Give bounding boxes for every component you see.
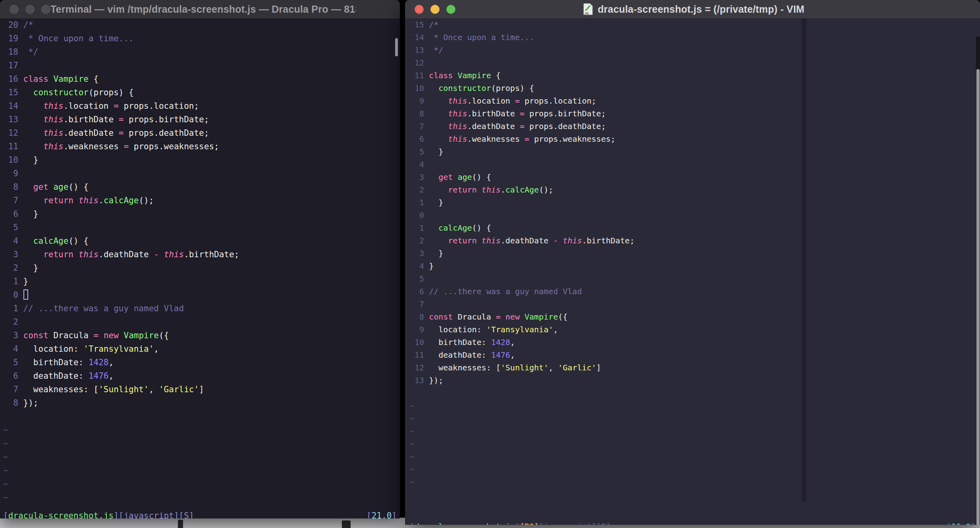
code-token: return — [43, 196, 73, 205]
code-line: 4 calcAge() { — [3, 234, 399, 248]
line-number: 11 — [410, 349, 424, 361]
line-number: 6 — [3, 369, 18, 383]
zoom-button[interactable] — [41, 5, 50, 14]
code-line: 4 — [410, 158, 979, 171]
code-token: . — [98, 196, 104, 205]
code-token: 'Garlic' — [558, 363, 596, 372]
code-token: calcAge — [33, 236, 69, 246]
terminal-scrollbar-thumb[interactable] — [395, 38, 398, 56]
code-token: this — [43, 142, 64, 151]
code-token: .deathDate — [501, 236, 553, 245]
code-line: 9 location: 'Transylvania', — [410, 323, 979, 336]
code-token — [48, 74, 54, 84]
code-token: */ — [23, 47, 39, 57]
tilde-row: ~ — [3, 437, 399, 450]
code-token: return — [448, 236, 476, 245]
status-segment: ] — [189, 511, 194, 518]
code-token: ({ — [159, 331, 169, 340]
status-segment: [ — [947, 522, 951, 525]
code-token: 'Transylvania' — [486, 325, 554, 334]
macvim-scrollbar-thumb[interactable] — [976, 69, 980, 525]
tilde-marker: ~ — [3, 466, 8, 475]
code-token: (); — [139, 196, 154, 205]
code-line: 0 — [410, 209, 979, 222]
line-number: 9 — [3, 167, 18, 180]
code-line: 8const Dracula = new Vampire({ — [410, 310, 979, 323]
macvim-edit-pane[interactable]: 15/*14 * Once upon a time...13 */1211cla… — [405, 18, 980, 525]
code-line: 15 constructor(props) { — [3, 86, 399, 99]
status-segment: [ — [410, 522, 415, 525]
code-token: .birthDate; — [184, 250, 239, 259]
macvim-titlebar[interactable]: JS dracula-screenshot.js = (/private/tmp… — [405, 0, 980, 19]
zoom-button[interactable] — [446, 5, 455, 14]
code-token: .deathDate — [467, 121, 519, 131]
code-token: .deathDate — [64, 128, 119, 138]
code-token — [453, 71, 457, 80]
code-line: 1 calcAge() { — [410, 222, 979, 234]
code-line: 4} — [410, 260, 979, 272]
line-number: 4 — [3, 342, 18, 356]
close-button[interactable] — [415, 5, 424, 14]
code-token: props.weaknesses; — [529, 134, 615, 144]
code-token: } — [429, 147, 443, 156]
code-token: = — [114, 101, 119, 111]
code-token — [429, 121, 448, 131]
code-line: 7 return this.calcAge(); — [3, 194, 399, 207]
line-number: 12 — [410, 361, 424, 374]
background-window-artifact — [342, 520, 351, 528]
code-token: 'Transylvania' — [83, 344, 154, 354]
code-token: this — [482, 185, 501, 195]
line-number: 1 — [3, 302, 18, 315]
terminal-titlebar[interactable]: Terminal — vim /tmp/dracula-screenshot.j… — [0, 0, 400, 19]
line-number: 20 — [3, 18, 18, 32]
code-line: 19 * Once upon a time... — [3, 32, 399, 45]
code-line: 14 * Once upon a time... — [410, 31, 979, 44]
code-token — [73, 196, 79, 205]
code-token: , — [553, 325, 558, 334]
code-token — [429, 236, 448, 245]
empty-row — [410, 387, 979, 399]
terminal-vim-pane[interactable]: 20/*19 * Once upon a time...18 */1716cla… — [0, 18, 400, 518]
code-token: = — [525, 134, 529, 144]
code-line: 1} — [3, 275, 399, 288]
code-token: deathDate: — [23, 371, 89, 381]
status-segment: ] — [515, 522, 520, 525]
code-line: 7 this.deathDate = props.deathDate; — [410, 120, 979, 133]
status-segment: ] — [970, 522, 975, 525]
code-token: this — [43, 101, 64, 111]
code-token: class — [429, 71, 453, 80]
code-token: age — [457, 172, 472, 182]
tilde-row: ~ — [410, 450, 979, 463]
line-number: 14 — [3, 99, 18, 113]
line-number: 8 — [410, 310, 424, 323]
minimize-button[interactable] — [430, 5, 440, 14]
code-line: 3 get age() { — [410, 171, 979, 183]
status-segment: javascript — [544, 522, 591, 525]
code-line: 11 deathDate: 1476, — [410, 349, 979, 361]
line-number: 9 — [410, 94, 424, 107]
code-token: const — [23, 331, 48, 340]
code-token: get — [33, 182, 48, 192]
line-number: 15 — [410, 18, 424, 31]
code-token: , — [548, 363, 558, 372]
code-token: this — [448, 96, 467, 106]
code-token: this — [448, 134, 467, 144]
macvim-scrollbar-track[interactable] — [976, 37, 980, 525]
code-token: } — [23, 155, 39, 165]
minimize-button[interactable] — [25, 5, 35, 14]
code-line: 1// ...there was a guy named Vlad — [3, 302, 399, 315]
code-token: return — [448, 185, 476, 195]
code-token: this — [43, 115, 64, 124]
code-token: Vampire — [525, 312, 558, 322]
line-number: 0 — [410, 209, 424, 222]
line-number: 4 — [410, 260, 424, 272]
tilde-marker: ~ — [410, 426, 415, 436]
close-button[interactable] — [10, 5, 19, 14]
code-token: { — [89, 74, 98, 84]
code-token: = — [123, 142, 129, 151]
statusline-file-info: [dracula-screenshot.js][RO][javascript][… — [410, 520, 611, 525]
code-token — [159, 250, 164, 259]
code-token — [23, 196, 44, 205]
tilde-row: ~ — [3, 464, 399, 477]
code-token: new — [104, 331, 119, 340]
